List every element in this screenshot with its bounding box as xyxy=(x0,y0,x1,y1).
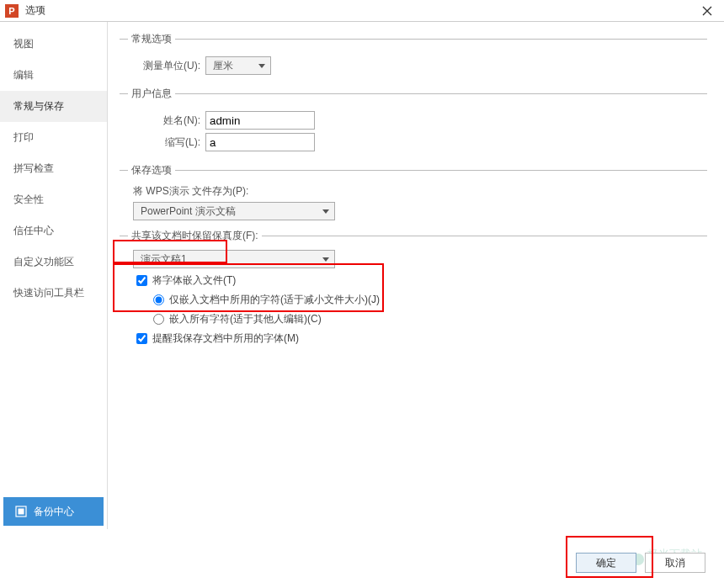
embed-all-chars-label: 嵌入所有字符(适于其他人编辑)(C) xyxy=(169,312,322,326)
svg-rect-1 xyxy=(19,509,24,515)
sidebar-item-print[interactable]: 打印 xyxy=(0,122,107,153)
sidebar-item-security[interactable]: 安全性 xyxy=(0,184,107,215)
group-general-legend: 常规选项 xyxy=(128,32,175,46)
fidelity-doc-value: 演示文稿1 xyxy=(141,252,187,267)
titlebar: P 选项 xyxy=(0,0,724,22)
name-label: 姓名(N): xyxy=(128,114,200,128)
chevron-down-icon xyxy=(258,64,265,68)
ok-button[interactable]: 确定 xyxy=(576,553,636,573)
save-as-label: 将 WPS演示 文件存为(P): xyxy=(128,184,707,199)
fidelity-doc-select[interactable]: 演示文稿1 xyxy=(133,250,335,268)
remind-label: 提醒我保存文档中所用的字体(M) xyxy=(152,331,299,346)
group-fidelity: 共享该文档时保留保真度(F): 演示文稿1 将字体嵌入文件(T) 仅嵌入文档中所… xyxy=(120,229,707,351)
embed-used-chars-label: 仅嵌入文档中所用的字符(适于减小文件大小)(J) xyxy=(169,293,380,307)
group-save-options: 保存选项 将 WPS演示 文件存为(P): PowerPoint 演示文稿 xyxy=(120,163,707,220)
embed-all-chars-row: 嵌入所有字符(适于其他人编辑)(C) xyxy=(153,312,707,326)
content-panel: 常规选项 测量单位(U): 厘米 用户信息 姓名(N): 缩写(L): 保存选项 xyxy=(108,22,724,529)
app-icon: P xyxy=(5,4,19,18)
close-icon xyxy=(702,6,712,16)
save-as-select[interactable]: PowerPoint 演示文稿 xyxy=(133,202,335,220)
chevron-down-icon xyxy=(322,257,329,262)
embed-used-chars-radio[interactable] xyxy=(153,294,164,305)
group-user-info-legend: 用户信息 xyxy=(128,87,175,101)
sidebar-item-customize-ribbon[interactable]: 自定义功能区 xyxy=(0,246,107,278)
sidebar-item-quick-access[interactable]: 快速访问工具栏 xyxy=(0,278,107,309)
close-button[interactable] xyxy=(695,3,719,19)
sidebar-item-general-save[interactable]: 常规与保存 xyxy=(0,91,107,122)
name-input[interactable] xyxy=(205,111,315,130)
group-general: 常规选项 测量单位(U): 厘米 xyxy=(120,32,707,78)
embed-fonts-checkbox[interactable] xyxy=(136,275,147,286)
embed-used-chars-row: 仅嵌入文档中所用的字符(适于减小文件大小)(J) xyxy=(153,293,707,307)
backup-icon xyxy=(15,506,27,517)
sidebar-item-spellcheck[interactable]: 拼写检查 xyxy=(0,153,107,184)
embed-fonts-row: 将字体嵌入文件(T) xyxy=(136,273,707,288)
body: 视图 编辑 常规与保存 打印 拼写检查 安全性 信任中心 自定义功能区 快速访问… xyxy=(0,22,724,529)
window-title: 选项 xyxy=(25,3,695,18)
save-as-select-value: PowerPoint 演示文稿 xyxy=(141,204,236,219)
sidebar-item-edit[interactable]: 编辑 xyxy=(0,60,107,91)
embed-all-chars-radio[interactable] xyxy=(153,314,164,325)
remind-checkbox[interactable] xyxy=(136,333,147,344)
chevron-down-icon xyxy=(322,209,329,214)
unit-select-value: 厘米 xyxy=(213,59,233,73)
group-save-options-legend: 保存选项 xyxy=(128,163,175,177)
backup-center-label: 备份中心 xyxy=(34,505,74,519)
embed-fonts-label: 将字体嵌入文件(T) xyxy=(152,273,236,288)
sidebar: 视图 编辑 常规与保存 打印 拼写检查 安全性 信任中心 自定义功能区 快速访问… xyxy=(0,22,108,529)
backup-center-button[interactable]: 备份中心 xyxy=(3,497,104,526)
abbr-label: 缩写(L): xyxy=(128,135,200,150)
unit-select[interactable]: 厘米 xyxy=(205,56,271,75)
group-fidelity-legend: 共享该文档时保留保真度(F): xyxy=(128,229,262,243)
sidebar-item-view[interactable]: 视图 xyxy=(0,29,107,60)
abbr-input[interactable] xyxy=(205,133,315,151)
sidebar-item-trust-center[interactable]: 信任中心 xyxy=(0,215,107,246)
group-user-info: 用户信息 姓名(N): 缩写(L): xyxy=(120,87,707,155)
footer: 极光下载站 www.xz7.com 确定 取消 xyxy=(0,529,724,586)
remind-row: 提醒我保存文档中所用的字体(M) xyxy=(136,331,707,346)
cancel-button[interactable]: 取消 xyxy=(645,553,705,573)
unit-label: 测量单位(U): xyxy=(128,59,200,73)
